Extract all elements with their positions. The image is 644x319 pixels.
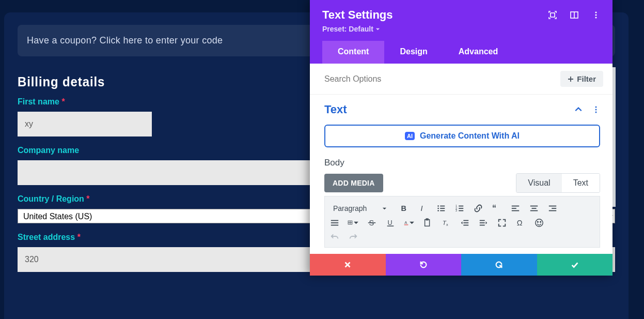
filter-button[interactable]: Filter xyxy=(560,71,603,87)
svg-rect-26 xyxy=(530,206,538,207)
confirm-button[interactable] xyxy=(537,254,613,276)
svg-rect-17 xyxy=(459,206,463,207)
svg-point-6 xyxy=(595,109,597,111)
svg-text:“: “ xyxy=(492,204,496,212)
generate-ai-button[interactable]: AI Generate Content With AI xyxy=(324,125,600,147)
svg-point-10 xyxy=(437,205,439,207)
svg-point-3 xyxy=(595,14,596,16)
tab-content[interactable]: Content xyxy=(322,41,384,64)
svg-point-2 xyxy=(595,11,596,13)
svg-rect-46 xyxy=(463,220,468,221)
emoji-icon[interactable] xyxy=(533,217,545,229)
tab-advanced[interactable]: Advanced xyxy=(443,41,513,64)
svg-text:U: U xyxy=(388,219,392,226)
expand-icon[interactable] xyxy=(548,11,557,19)
first-name-label: First name * xyxy=(18,97,308,107)
align-left-icon[interactable] xyxy=(510,203,521,214)
paste-icon[interactable] xyxy=(422,217,433,229)
link-icon[interactable] xyxy=(473,203,484,214)
svg-rect-25 xyxy=(512,210,519,211)
svg-point-54 xyxy=(537,221,538,222)
collapse-section-icon[interactable] xyxy=(574,105,583,114)
special-char-icon[interactable]: Ω xyxy=(515,217,526,229)
redo-footer-button[interactable] xyxy=(461,254,537,276)
svg-text:x: x xyxy=(446,222,448,227)
bold-icon[interactable]: B xyxy=(398,203,410,214)
clear-format-icon[interactable]: Tx xyxy=(441,217,452,229)
svg-rect-24 xyxy=(512,208,516,209)
undo-icon[interactable] xyxy=(329,231,340,242)
svg-rect-51 xyxy=(480,225,485,226)
svg-rect-50 xyxy=(480,222,485,223)
svg-point-14 xyxy=(437,210,439,211)
format-dropdown[interactable]: Paragraph xyxy=(329,202,391,215)
numbered-list-icon[interactable]: 123 xyxy=(454,203,465,214)
search-input[interactable] xyxy=(324,74,560,84)
svg-rect-13 xyxy=(440,208,445,209)
underline-icon[interactable]: U xyxy=(385,217,396,229)
svg-text:B: B xyxy=(401,204,406,212)
svg-text:Ω: Ω xyxy=(517,219,523,227)
svg-rect-48 xyxy=(463,225,468,226)
svg-rect-33 xyxy=(331,222,338,223)
kebab-menu-icon[interactable] xyxy=(592,11,600,19)
text-settings-panel: Text Settings Preset: Default Content De… xyxy=(310,0,612,276)
first-name-input[interactable] xyxy=(18,112,152,136)
section-heading: Text xyxy=(324,103,347,116)
tab-design[interactable]: Design xyxy=(384,41,443,64)
reset-button[interactable] xyxy=(386,254,462,276)
align-justify-icon[interactable] xyxy=(329,217,340,229)
svg-text:A: A xyxy=(404,220,407,225)
panel-body: Text AI Generate Content With AI Body AD… xyxy=(310,95,612,254)
bullet-list-icon[interactable] xyxy=(435,203,447,214)
svg-rect-42 xyxy=(425,220,430,226)
add-media-button[interactable]: ADD MEDIA xyxy=(324,174,383,192)
svg-rect-37 xyxy=(368,222,375,223)
svg-rect-15 xyxy=(440,210,445,211)
layout-columns-icon[interactable] xyxy=(570,11,578,19)
svg-rect-19 xyxy=(459,208,463,209)
panel-search-row: Filter xyxy=(310,64,612,95)
strikethrough-icon[interactable]: S xyxy=(366,217,378,229)
svg-rect-27 xyxy=(532,208,537,209)
svg-rect-49 xyxy=(480,220,485,221)
italic-icon[interactable]: I xyxy=(417,203,428,214)
visual-tab[interactable]: Visual xyxy=(516,174,561,192)
coupon-text: Have a coupon? Click here to enter your … xyxy=(27,35,223,45)
text-color-icon[interactable]: A xyxy=(403,217,415,229)
section-kebab-icon[interactable] xyxy=(592,105,600,114)
svg-rect-47 xyxy=(463,222,468,223)
scrollbar[interactable] xyxy=(612,67,616,207)
svg-rect-21 xyxy=(459,210,463,211)
outdent-icon[interactable] xyxy=(459,217,470,229)
redo-icon[interactable] xyxy=(348,231,359,242)
align-right-icon[interactable] xyxy=(547,203,558,214)
panel-footer xyxy=(310,254,612,276)
indent-icon[interactable] xyxy=(478,217,489,229)
blockquote-icon[interactable]: “ xyxy=(491,203,502,214)
svg-rect-31 xyxy=(549,210,556,211)
svg-rect-39 xyxy=(387,225,394,226)
text-tab[interactable]: Text xyxy=(562,174,600,192)
svg-rect-34 xyxy=(331,225,338,226)
svg-text:3: 3 xyxy=(455,209,457,212)
svg-point-4 xyxy=(595,17,596,18)
svg-rect-0 xyxy=(551,13,555,17)
svg-rect-23 xyxy=(512,206,519,207)
svg-point-55 xyxy=(540,221,541,222)
svg-point-7 xyxy=(595,112,597,113)
fullscreen-icon[interactable] xyxy=(496,217,508,229)
rte-toolbar: Paragraph B I 123 “ S U A Tx xyxy=(324,196,600,248)
table-icon[interactable] xyxy=(348,217,359,229)
panel-title: Text Settings xyxy=(322,8,393,22)
svg-rect-28 xyxy=(530,210,538,211)
panel-header: Text Settings Preset: Default Content De… xyxy=(310,0,612,64)
svg-point-5 xyxy=(595,107,597,108)
body-label: Body xyxy=(324,158,600,168)
preset-dropdown[interactable]: Preset: Default xyxy=(322,25,380,33)
svg-text:I: I xyxy=(420,204,422,212)
svg-rect-11 xyxy=(440,206,445,207)
cancel-button[interactable] xyxy=(310,254,386,276)
align-center-icon[interactable] xyxy=(528,203,540,214)
svg-rect-32 xyxy=(331,220,338,221)
